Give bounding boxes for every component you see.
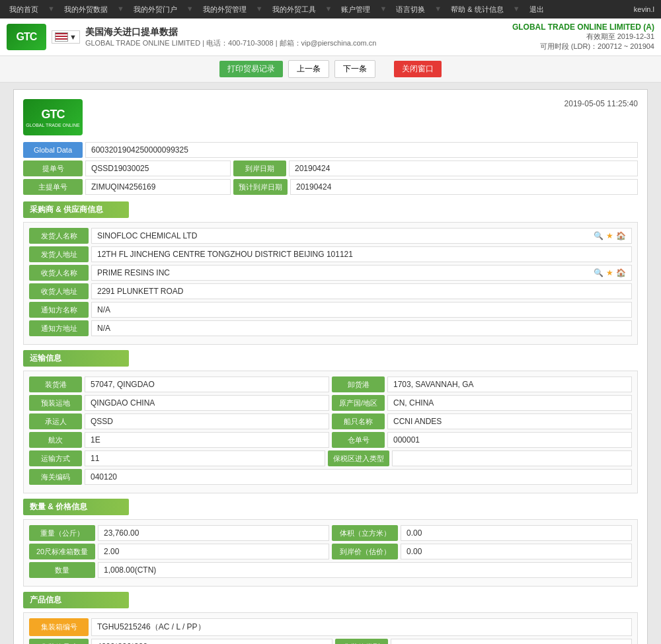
container-size-row: 集装箱尺寸 4000*806*800 集装箱类型 xyxy=(29,639,632,644)
quantity-label: 数量 xyxy=(29,562,95,578)
weight-row: 重量（公斤） 23,760.00 体积（立方米） 0.00 xyxy=(29,525,632,541)
consignee-name-row: 收货人名称 PRIME RESINS INC 🔍 ★ 🏠 xyxy=(29,265,632,281)
shipper-star-icon[interactable]: ★ xyxy=(606,231,613,240)
consignee-search-icon[interactable]: 🔍 xyxy=(594,268,603,277)
next-button[interactable]: 下一条 xyxy=(334,60,375,78)
page-title: 美国海关进口提单数据 xyxy=(85,26,377,38)
prev-button[interactable]: 上一条 xyxy=(288,60,329,78)
product-section: 产品信息 集装箱编号 TGHU5215246（AC / L / PP） 集装箱尺… xyxy=(23,592,638,644)
flag-selector[interactable]: ▼ xyxy=(52,30,80,44)
notify-addr-label: 通知方地址 xyxy=(29,320,89,336)
consignee-home-icon[interactable]: 🏠 xyxy=(616,268,626,277)
weight-value: 23,760.00 xyxy=(98,525,329,541)
header-right: GLOBAL TRADE ONLINE LIMITED (A) 有效期至 201… xyxy=(512,22,654,52)
twenty-ft-label: 20尺标准箱数量 xyxy=(29,544,95,559)
nav-help[interactable]: 帮助 & 统计信息 xyxy=(448,5,506,15)
print-button[interactable]: 打印贸易记录 xyxy=(219,61,283,77)
carrier-row: 承运人 QSSD 船只名称 CCNI ANDES xyxy=(29,413,632,429)
bill-no-label: 提单号 xyxy=(23,161,83,176)
master-bill-value: ZIMUQIN4256169 xyxy=(85,179,231,195)
nav-my-data[interactable]: 我的外贸数据 xyxy=(61,5,110,15)
quantity-row: 数量 1,008.00(CTN) xyxy=(29,562,632,578)
top-nav: 我的首页 ▼ 我的外贸数据 ▼ 我的外贸门户 ▼ 我的外贸管理 ▼ 我的外贸工具… xyxy=(0,0,661,18)
nav-logout[interactable]: 退出 xyxy=(527,5,547,15)
master-bill-row: 主提单号 ZIMUQIN4256169 预计到岸日期 20190424 xyxy=(23,179,638,195)
load-port-label: 装货港 xyxy=(29,376,82,392)
weight-label: 重量（公斤） xyxy=(29,525,95,541)
shipper-home-icon[interactable]: 🏠 xyxy=(616,231,626,240)
arrival-date-value: 20190424 xyxy=(289,161,638,176)
shipper-name-value: SINOFLOC CHEMICAL LTD 🔍 ★ 🏠 xyxy=(91,228,632,244)
transport-mode-value: 11 xyxy=(85,450,325,466)
bol-label: 仓单号 xyxy=(332,432,385,448)
buyer-supplier-block: 发货人名称 SINOFLOC CHEMICAL LTD 🔍 ★ 🏠 发货人地址 … xyxy=(23,222,638,345)
consignee-addr-label: 收货人地址 xyxy=(29,283,89,299)
notify-addr-row: 通知方地址 N/A xyxy=(29,320,632,336)
main-content: GTC GLOBAL TRADE ONLINE 2019-05-05 11:25… xyxy=(0,83,661,644)
discharge-port-value: 1703, SAVANNAH, GA xyxy=(387,376,632,392)
est-arrival-value: 20190424 xyxy=(290,179,638,195)
nav-home[interactable]: 我的首页 xyxy=(7,5,41,15)
brand-name: GLOBAL TRADE ONLINE LIMITED (A) xyxy=(512,22,654,32)
transport-mode-label: 运输方式 xyxy=(29,450,82,466)
buyer-supplier-section: 采购商 & 供应商信息 发货人名称 SINOFLOC CHEMICAL LTD … xyxy=(23,201,638,345)
bill-no-row: 提单号 QSSD19030025 到岸日期 20190424 xyxy=(23,161,638,176)
consignee-star-icon[interactable]: ★ xyxy=(606,268,613,277)
consignee-name-value: PRIME RESINS INC 🔍 ★ 🏠 xyxy=(91,265,632,281)
notify-name-row: 通知方名称 N/A xyxy=(29,302,632,318)
shipper-addr-row: 发货人地址 12TH FL JINCHENG CENTRE TONGZHOU D… xyxy=(29,246,632,262)
transport-mode-row: 运输方式 11 保税区进入类型 xyxy=(29,450,632,466)
doc-timestamp: 2019-05-05 11:25:40 xyxy=(564,99,638,108)
shipper-name-label: 发货人名称 xyxy=(29,228,89,244)
global-data-value: 6003201904250000099325 xyxy=(85,142,638,158)
est-arrival-label: 预计到岸日期 xyxy=(233,179,288,195)
doc-logo-sub: GLOBAL TRADE ONLINE xyxy=(26,123,79,127)
quantity-price-block: 重量（公斤） 23,760.00 体积（立方米） 0.00 20尺标准箱数量 2… xyxy=(23,519,638,587)
us-flag-icon xyxy=(55,32,68,42)
load-place-row: 预装运地 QINGDAO CHINA 原产国/地区 CN, CHINA xyxy=(29,395,632,411)
logo-box: GTC xyxy=(7,24,46,50)
shipper-addr-value: 12TH FL JINCHENG CENTRE TONGZHOU DISTRIC… xyxy=(91,246,632,262)
discharge-port-label: 卸货港 xyxy=(332,376,385,392)
nav-account[interactable]: 账户管理 xyxy=(338,5,373,15)
bonded-value xyxy=(392,450,633,466)
logo: GTC xyxy=(7,24,46,50)
doc-logo-text: GTC xyxy=(42,108,65,122)
transport-block: 装货港 57047, QINGDAO 卸货港 1703, SAVANNAH, G… xyxy=(23,371,638,493)
arrival-price-label: 到岸价（估价） xyxy=(332,544,398,559)
top-toolbar: 打印贸易记录 上一条 下一条 关闭窗口 xyxy=(0,56,661,83)
voyage-value: 1E xyxy=(85,432,329,448)
consignee-name-label: 收货人名称 xyxy=(29,265,89,281)
shipper-search-icon[interactable]: 🔍 xyxy=(594,231,603,240)
product-title: 产品信息 xyxy=(23,592,129,608)
nav-my-portal[interactable]: 我的外贸门户 xyxy=(131,5,180,15)
quantity-value: 1,008.00(CTN) xyxy=(98,562,632,578)
voyage-row: 航次 1E 仓单号 000001 xyxy=(29,432,632,448)
container-no-label: 集装箱编号 xyxy=(29,618,89,636)
customs-code-label: 海关编码 xyxy=(29,469,82,485)
customs-code-row: 海关编码 040120 xyxy=(29,469,632,485)
header-left: GTC ▼ 美国海关进口提单数据 GLOBAL TRADE ONLINE LIM… xyxy=(7,24,376,50)
carrier-value: QSSD xyxy=(85,413,329,429)
origin-label: 原产国/地区 xyxy=(332,395,385,411)
load-port-value: 57047, QINGDAO xyxy=(85,376,329,392)
notify-name-value: N/A xyxy=(91,302,632,318)
notify-name-label: 通知方名称 xyxy=(29,302,89,318)
vessel-value: CCNI ANDES xyxy=(387,413,632,429)
carrier-label: 承运人 xyxy=(29,413,82,429)
arrival-price-value: 0.00 xyxy=(401,544,632,559)
nav-my-mgmt[interactable]: 我的外贸管理 xyxy=(200,5,249,15)
header-subtitle: GLOBAL TRADE ONLINE LIMITED | 电话：400-710… xyxy=(85,38,377,48)
header-title-box: 美国海关进口提单数据 GLOBAL TRADE ONLINE LIMITED |… xyxy=(85,26,377,48)
nav-lang[interactable]: 语言切换 xyxy=(393,5,428,15)
global-data-row: Global Data 6003201904250000099325 xyxy=(23,142,638,158)
notify-addr-value: N/A xyxy=(91,320,632,336)
bonded-label: 保税区进入类型 xyxy=(328,450,389,466)
doc-logo: GTC GLOBAL TRADE ONLINE xyxy=(23,99,83,135)
voyage-label: 航次 xyxy=(29,432,82,448)
page-header: GTC ▼ 美国海关进口提单数据 GLOBAL TRADE ONLINE LIM… xyxy=(0,18,661,56)
nav-my-tools[interactable]: 我的外贸工具 xyxy=(270,5,319,15)
origin-value: CN, CHINA xyxy=(387,395,632,411)
twenty-ft-row: 20尺标准箱数量 2.00 到岸价（估价） 0.00 xyxy=(29,544,632,559)
close-button[interactable]: 关闭窗口 xyxy=(394,61,442,77)
